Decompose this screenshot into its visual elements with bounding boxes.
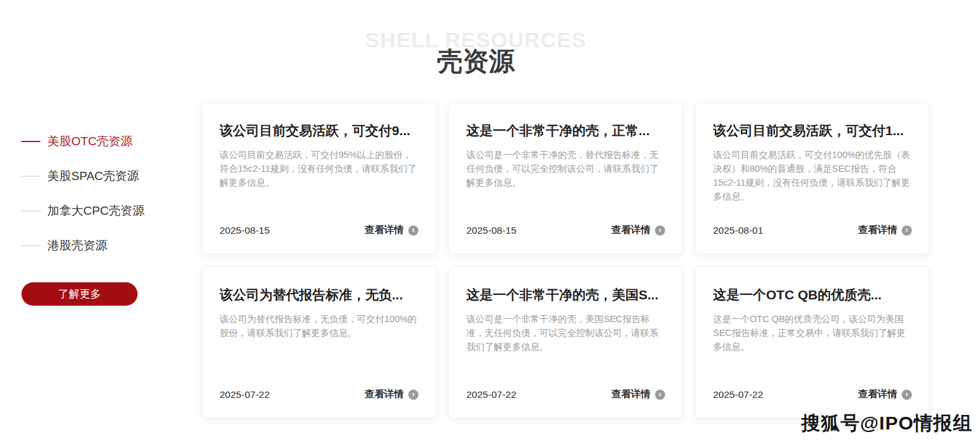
shell-resources-page: SHELL RESOURCES 壳资源 美股OTC壳资源 美股SPAC壳资源 加…	[0, 0, 980, 444]
card-title: 这是一个非常干净的壳，正常...	[466, 122, 665, 140]
section-header: SHELL RESOURCES 壳资源	[21, 0, 930, 88]
view-details-link[interactable]: 查看详情 ›	[611, 388, 665, 401]
shell-card[interactable]: 这是一个非常干净的壳，正常... 该公司是一个非常干净的壳，替代报告标准，无任何…	[449, 102, 683, 254]
learn-more-button[interactable]: 了解更多	[21, 282, 138, 306]
arrow-circle-icon: ›	[902, 225, 912, 236]
sidebar-item-canada-cpc-shell[interactable]: 加拿大CPC壳资源	[21, 193, 192, 228]
card-footer: 2025-07-22 查看详情 ›	[220, 388, 418, 401]
sidebar-item-hk-shell[interactable]: 港股壳资源	[21, 228, 192, 263]
sidebar-item-label: 加拿大CPC壳资源	[47, 203, 145, 219]
view-details-label: 查看详情	[858, 388, 897, 401]
arrow-circle-icon: ›	[655, 390, 665, 400]
card-title: 该公司目前交易活跃，可交付9...	[220, 122, 418, 140]
view-details-link[interactable]: 查看详情 ›	[365, 224, 418, 237]
shell-card[interactable]: 这是一个OTC QB的优质壳... 这是一个OTC QB的优质壳公司，该公司为美…	[695, 267, 930, 418]
card-title: 该公司目前交易活跃，可交付1...	[713, 122, 912, 140]
card-date: 2025-07-22	[220, 389, 269, 400]
view-details-label: 查看详情	[611, 224, 651, 237]
arrow-circle-icon: ›	[408, 225, 418, 236]
view-details-link[interactable]: 查看详情 ›	[611, 224, 665, 237]
card-footer: 2025-08-15 查看详情 ›	[220, 224, 418, 237]
arrow-circle-icon: ›	[408, 390, 418, 400]
sidebar-item-us-spac-shell[interactable]: 美股SPAC壳资源	[21, 159, 192, 193]
shell-cards-grid: 该公司目前交易活跃，可交付9... 该公司目前交易活跃，可交付95%以上的股份，…	[202, 102, 930, 418]
view-details-label: 查看详情	[611, 388, 651, 401]
card-description: 该公司是一个非常干净的壳，替代报告标准，无任何负债，可以完全控制该公司，请联系我…	[466, 148, 665, 189]
card-footer: 2025-08-15 查看详情 ›	[466, 224, 665, 237]
card-date: 2025-08-01	[713, 225, 763, 236]
shell-card[interactable]: 该公司目前交易活跃，可交付1... 该公司目前交易活跃，可交付100%的优先股（…	[695, 102, 930, 254]
arrow-circle-icon: ›	[902, 390, 912, 400]
shell-card[interactable]: 该公司为替代报告标准，无负... 该公司为替代报告标准，无负债，可交付100%的…	[202, 267, 436, 418]
card-date: 2025-08-15	[220, 225, 269, 236]
sohu-watermark: 搜狐号@IPO情报组	[801, 411, 972, 436]
view-details-link[interactable]: 查看详情 ›	[858, 224, 912, 237]
card-date: 2025-07-22	[466, 389, 516, 400]
card-date: 2025-07-22	[713, 389, 763, 400]
card-description: 该公司是一个非常干净的壳，美国SEC报告标准，无任何负债，可以完全控制该公司，请…	[466, 312, 665, 354]
card-footer: 2025-07-22 查看详情 ›	[713, 388, 912, 401]
sidebar-item-label: 美股SPAC壳资源	[47, 168, 139, 184]
card-title: 这是一个非常干净的壳，美国S...	[466, 286, 665, 304]
view-details-label: 查看详情	[858, 224, 897, 237]
card-title: 该公司为替代报告标准，无负...	[220, 286, 418, 304]
shell-card[interactable]: 这是一个非常干净的壳，美国S... 该公司是一个非常干净的壳，美国SEC报告标准…	[449, 267, 683, 418]
category-sidebar: 美股OTC壳资源 美股SPAC壳资源 加拿大CPC壳资源 港股壳资源 了解更多	[21, 124, 192, 306]
dash-icon	[21, 210, 40, 212]
view-details-label: 查看详情	[365, 388, 404, 401]
card-date: 2025-08-15	[466, 225, 516, 236]
arrow-circle-icon: ›	[655, 225, 665, 236]
card-description: 这是一个OTC QB的优质壳公司，该公司为美国SEC报告标准，正常交易中，请联系…	[713, 312, 912, 354]
shell-card[interactable]: 该公司目前交易活跃，可交付9... 该公司目前交易活跃，可交付95%以上的股份，…	[202, 102, 436, 254]
page-title: 壳资源	[21, 44, 930, 79]
card-description: 该公司目前交易活跃，可交付95%以上的股份，符合15c2-11规则，没有任何负债…	[220, 148, 418, 189]
dash-icon	[21, 245, 40, 246]
card-title: 这是一个OTC QB的优质壳...	[713, 286, 912, 304]
sidebar-item-label: 港股壳资源	[47, 237, 107, 254]
card-description: 该公司目前交易活跃，可交付100%的优先股（表决权）和80%的普通股，满足SEC…	[713, 148, 912, 203]
view-details-link[interactable]: 查看详情 ›	[365, 388, 418, 401]
view-details-label: 查看详情	[365, 224, 404, 237]
sidebar-item-label: 美股OTC壳资源	[47, 133, 133, 150]
view-details-link[interactable]: 查看详情 ›	[858, 388, 912, 401]
dash-icon	[21, 176, 40, 177]
active-dash-icon	[21, 141, 40, 142]
sidebar-item-us-otc-shell[interactable]: 美股OTC壳资源	[21, 124, 192, 159]
card-footer: 2025-08-01 查看详情 ›	[713, 224, 912, 237]
card-footer: 2025-07-22 查看详情 ›	[466, 388, 665, 401]
card-description: 该公司为替代报告标准，无负债，可交付100%的股份，请联系我们了解更多信息。	[220, 312, 418, 340]
